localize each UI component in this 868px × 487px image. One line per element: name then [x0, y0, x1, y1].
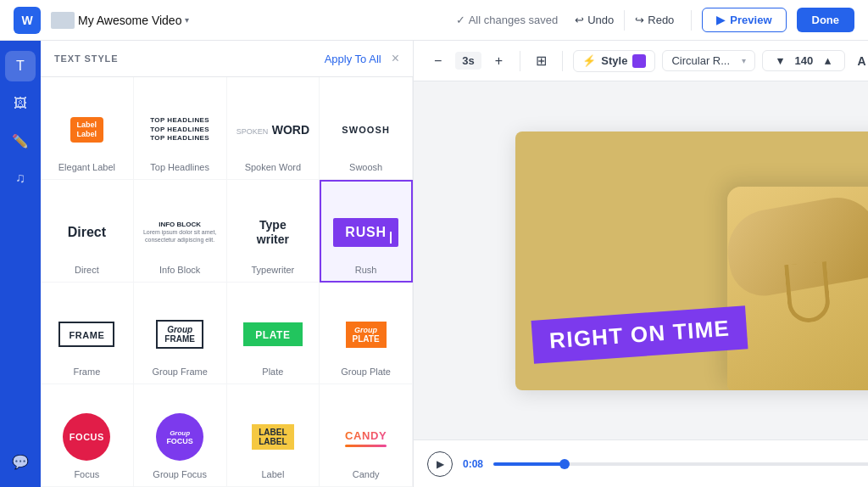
video-background: RIGHT ON TIME — [515, 132, 868, 390]
minus-button[interactable]: − — [427, 49, 448, 73]
group-plate-text: Group Plate — [341, 367, 391, 377]
font-selector[interactable]: Circular R... ▾ — [662, 50, 755, 71]
time-value: 3s — [455, 52, 481, 70]
undo-redo-group: ↩ Undo ↪ Redo — [568, 10, 681, 31]
play-icon: ▶ — [437, 458, 444, 470]
focus-preview: FOCUS — [48, 410, 125, 464]
timeline-bar[interactable] — [493, 462, 868, 466]
style-rush[interactable]: RUSH Rush — [320, 180, 413, 283]
toolbar-divider-1 — [520, 51, 520, 71]
video-canvas: RIGHT ON TIME — [515, 132, 868, 390]
style-frame[interactable]: FRAME Frame — [41, 283, 134, 385]
video-area: RIGHT ON TIME — [414, 81, 868, 439]
style-selector[interactable]: ⚡ Style — [573, 50, 655, 72]
close-button[interactable]: × — [392, 51, 399, 66]
style-spoken-word[interactable]: SPOKEN WORD Spoken Word — [227, 77, 320, 180]
swoosh-text: Swoosh — [349, 162, 382, 172]
panel-header: TEXT STYLE Apply To All × — [41, 41, 413, 77]
nav-divider — [624, 10, 625, 31]
font-size-control: ▾ 140 ▴ — [762, 50, 845, 71]
checkmark-icon: ✓ — [456, 14, 465, 26]
info-block-text: Info Block — [159, 265, 200, 275]
group-frame-preview: Group FRAME — [142, 307, 218, 361]
frame-text: Frame — [73, 367, 100, 377]
group-plate-preview: Group PLATE — [328, 307, 404, 361]
candy-text: Candy — [353, 469, 380, 479]
redo-icon: ↪ — [635, 14, 644, 26]
sidebar-item-music[interactable]: ♫ — [5, 163, 36, 193]
group-focus-preview: Group Focus — [142, 410, 218, 464]
plus-button[interactable]: + — [488, 49, 509, 73]
focus-text: Focus — [74, 469, 99, 479]
font-size-up-button[interactable]: ▴ — [817, 54, 837, 67]
current-time: 0:08 — [463, 458, 483, 470]
toolbar-divider-2 — [562, 51, 563, 71]
timeline: ▶ 0:08 0:32 🔊 — [414, 439, 868, 487]
nav-divider-2 — [691, 10, 692, 31]
style-candy[interactable]: CANDY Candy — [320, 384, 413, 487]
direct-preview: Direct — [48, 205, 125, 260]
editor-toolbar: − 3s + ⊞ ⚡ Style Circular R... ▾ ▾ 140 ▴ — [414, 41, 868, 81]
group-frame-text: Group Frame — [152, 367, 207, 377]
spoken-word-preview: SPOKEN WORD — [235, 103, 311, 157]
label-text: Label — [261, 469, 284, 479]
play-button[interactable]: ▶ — [427, 451, 453, 477]
format-a-button[interactable]: A — [852, 51, 868, 71]
play-icon: ▶ — [716, 14, 725, 26]
direct-text: Direct — [75, 265, 99, 275]
main-area: T 🖼 ✏️ ♫ 💬 TEXT STYLE Apply To All × Lab… — [0, 41, 868, 487]
plate-preview: PLATE — [235, 307, 311, 361]
font-size-down-button[interactable]: ▾ — [770, 54, 790, 67]
style-group-frame[interactable]: Group FRAME Group Frame — [134, 283, 227, 385]
redo-button[interactable]: ↪ Redo — [628, 10, 681, 31]
overlay-text: RIGHT ON TIME — [548, 315, 731, 353]
preview-button[interactable]: ▶ Preview — [702, 8, 786, 32]
timeline-progress — [493, 462, 565, 466]
style-elegant-label[interactable]: Label Label Elegant Label — [41, 77, 134, 180]
grid-button[interactable]: ⊞ — [531, 49, 552, 73]
sidebar-item-chat[interactable]: 💬 — [5, 446, 36, 477]
project-thumbnail — [51, 12, 75, 29]
rush-text: Rush — [355, 265, 377, 275]
style-typewriter[interactable]: Typewriter Typewriter — [227, 180, 320, 283]
project-name-area[interactable]: My Awesome Video ▾ — [51, 12, 189, 29]
app-logo: W — [14, 7, 41, 34]
typewriter-text: Typewriter — [252, 265, 295, 275]
grid-icon: ⊞ — [536, 53, 547, 69]
top-headlines-text: Top Headlines — [150, 162, 209, 172]
top-headlines-preview: TOP HEADLINES TOP HEADLINES TOP HEADLINE… — [142, 103, 218, 157]
spoken-word-text: Spoken Word — [245, 162, 301, 172]
candy-preview: CANDY — [328, 410, 404, 464]
sidebar-item-draw[interactable]: ✏️ — [5, 126, 36, 156]
project-chevron-icon: ▾ — [185, 15, 189, 25]
style-group-focus[interactable]: Group Focus Group Focus — [134, 384, 227, 487]
label-label-preview: Label Label — [235, 410, 311, 464]
font-name: Circular R... — [671, 54, 730, 67]
style-label[interactable]: Label Label Label — [227, 384, 320, 487]
project-title: My Awesome Video — [78, 14, 181, 27]
sidebar-item-media[interactable]: 🖼 — [5, 88, 36, 119]
left-sidebar: T 🖼 ✏️ ♫ 💬 — [0, 41, 41, 487]
plate-text: Plate — [262, 367, 283, 377]
styles-grid: Label Label Elegant Label TOP HEADLINES … — [41, 77, 413, 487]
timeline-thumb[interactable] — [559, 459, 570, 469]
style-group-plate[interactable]: Group PLATE Group Plate — [320, 283, 413, 385]
style-focus[interactable]: FOCUS Focus — [41, 384, 134, 487]
style-swoosh[interactable]: SWOOSH Swoosh — [320, 77, 413, 180]
style-info-block[interactable]: INFO BLOCK Lorem ipsum dolor sit amet, c… — [134, 180, 227, 283]
style-top-headlines[interactable]: TOP HEADLINES TOP HEADLINES TOP HEADLINE… — [134, 77, 227, 180]
style-direct[interactable]: Direct Direct — [41, 180, 134, 283]
lightning-icon: ⚡ — [582, 54, 596, 67]
text-format-buttons: A 🖌 AA — [852, 51, 868, 71]
undo-icon: ↩ — [575, 14, 584, 26]
typewriter-preview: Typewriter — [235, 205, 311, 260]
sidebar-item-text[interactable]: T — [5, 51, 36, 81]
apply-to-all-button[interactable]: Apply To All — [325, 53, 381, 65]
undo-button[interactable]: ↩ Undo — [568, 10, 620, 31]
group-focus-text: Group Focus — [153, 469, 207, 479]
text-style-panel: TEXT STYLE Apply To All × Label Label El… — [41, 41, 414, 487]
style-label: Style — [601, 54, 627, 67]
style-plate[interactable]: PLATE Plate — [227, 283, 320, 385]
done-button[interactable]: Done — [797, 8, 855, 32]
saved-status: ✓ All changes saved — [456, 14, 559, 26]
